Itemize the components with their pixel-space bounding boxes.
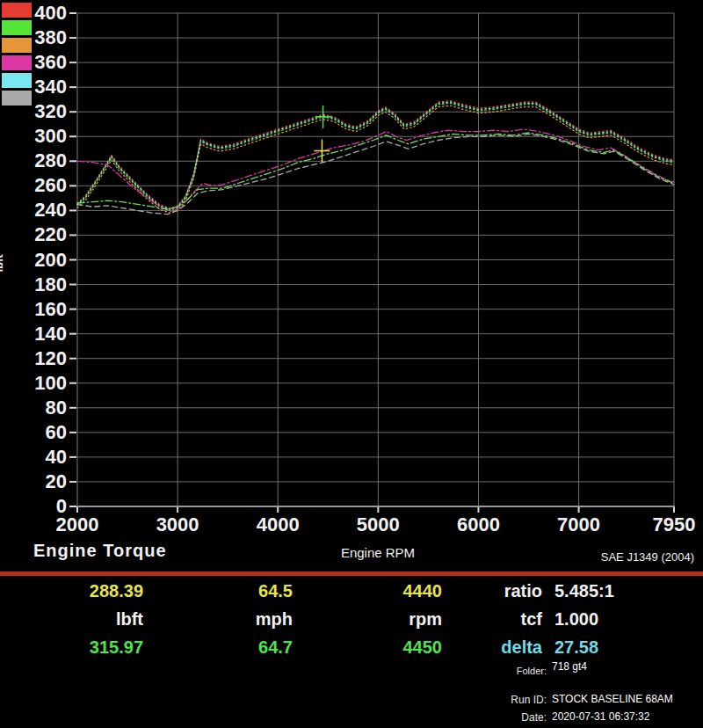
folder-value: 718 gt4 [552,660,587,673]
red-torque-trace [77,101,674,208]
cursor1-speed-value: 64.5 [176,580,293,601]
magenta-torque-trace [77,129,674,212]
y-tick-label: 280 [12,151,67,171]
ratio-value: 5.485:1 [554,580,651,601]
green-torque-trace [77,103,674,210]
cursor1-torque-value: 288.39 [26,580,143,601]
tcf-label: tcf [431,608,542,630]
y-tick-label: 240 [12,200,67,220]
x-tick-label: 2000 [38,515,117,535]
torque-unit-label: lbft [26,608,143,630]
folder-label: Folder: [441,666,547,676]
torque-chart [0,0,703,576]
y-tick-label: 200 [12,251,67,270]
y-tick-label: 120 [12,349,67,368]
y-tick-label: 60 [12,423,67,442]
y-axis-title: lbft [0,254,5,272]
sae-correction-label: SAE J1349 (2004) [601,550,694,564]
date-value: 2020-07-31 06:37:32 [552,710,649,723]
cursor1-rpm-value: 4440 [325,580,442,601]
delta-value: 27.58 [554,637,651,658]
y-tick-label: 300 [12,127,67,146]
y-tick-label: 100 [12,374,67,393]
x-tick-label: 4000 [238,515,317,535]
run-id-value: STOCK BASELINE 68AM [552,693,673,705]
y-tick-label: 320 [12,102,67,121]
x-tick-label: 5000 [338,515,417,535]
y-tick-label: 160 [12,300,67,319]
date-label: Date: [441,711,547,724]
x-axis-title: Engine RPM [264,545,492,560]
x-tick-label: 6000 [438,515,518,535]
rpm-unit-label: rpm [325,608,442,630]
x-tick-label: 7000 [540,515,619,535]
cursor2-torque-value: 315.97 [26,637,143,658]
y-tick-label: 400 [12,4,67,23]
y-tick-label: 260 [12,176,67,195]
cursor2-speed-value: 64.7 [176,637,293,658]
y-tick-label: 180 [12,275,67,295]
y-tick-label: 80 [12,398,67,418]
x-tick-label: 3000 [138,515,217,535]
y-tick-label: 360 [12,53,67,72]
ratio-label: ratio [431,580,542,601]
red-divider [0,571,703,576]
x-tick-label: 7950 [634,515,703,535]
lightgreen-torque-trace [77,133,674,209]
y-tick-label: 20 [12,472,67,491]
orange-torque-trace [77,106,674,213]
tcf-value: 1.000 [554,608,651,630]
chart-title: Engine Torque [33,541,167,561]
y-tick-label: 220 [12,225,67,244]
run-id-label: Run ID: [441,694,547,706]
y-tick-label: 380 [12,28,67,47]
y-tick-label: 40 [12,448,67,467]
speed-unit-label: mph [176,608,293,630]
delta-label: delta [431,637,542,658]
y-tick-label: 140 [12,324,67,344]
y-tick-label: 340 [12,77,67,97]
cursor2-rpm-value: 4450 [325,637,442,658]
